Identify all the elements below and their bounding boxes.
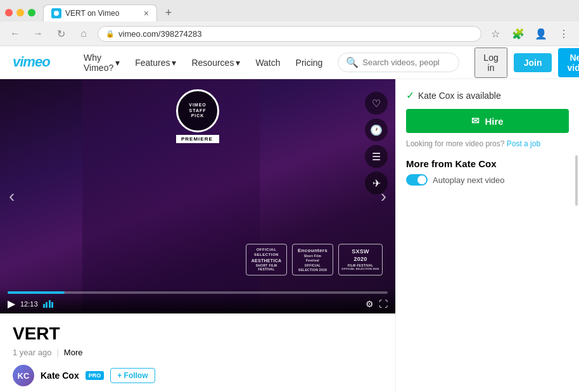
reload-btn[interactable]: ↻ xyxy=(52,25,70,42)
dropdown-arrow-icon: ▾ xyxy=(236,58,240,68)
play-btn[interactable]: ▶ xyxy=(8,298,15,310)
follow-btn[interactable]: + Follow xyxy=(110,368,155,383)
next-video-btn[interactable]: › xyxy=(374,180,393,213)
maximize-window-btn[interactable] xyxy=(28,9,35,16)
search-input[interactable] xyxy=(362,58,451,67)
author-row: KC Kate Cox PRO + Follow xyxy=(13,365,383,386)
envelope-icon: ✉ xyxy=(471,115,480,127)
url-field[interactable]: 🔒 vimeo.com/398274283 xyxy=(98,26,481,42)
video-player[interactable]: VIMEO STAFF PICK PREMIERE ♡ 🕐 ☰ ✈ ‹ xyxy=(0,79,395,313)
looking-for-pros-text: Looking for more video pros? Post a job xyxy=(406,139,569,148)
new-video-btn[interactable]: New video ▾ xyxy=(558,48,579,77)
nav-resources[interactable]: Resources ▾ xyxy=(191,58,240,68)
dropdown-arrow-icon: ▾ xyxy=(115,58,120,68)
secure-icon: 🔒 xyxy=(106,30,115,38)
svg-text:vimeo: vimeo xyxy=(13,54,50,69)
autoplay-label: Autoplay next video xyxy=(433,175,504,185)
autoplay-toggle[interactable] xyxy=(406,174,428,186)
more-link[interactable]: More xyxy=(64,348,83,357)
login-btn[interactable]: Log in xyxy=(474,47,507,78)
video-age: 1 year ago xyxy=(13,348,51,357)
watchlater-btn[interactable]: 🕐 xyxy=(365,118,388,141)
vimeo-logo[interactable]: vimeo xyxy=(13,53,63,73)
fullscreen-btn[interactable]: ⛶ xyxy=(379,299,388,309)
encounters-badge: Encounters Short Film Festival OFFICIAL … xyxy=(292,244,333,275)
film-badges: OFFICIAL SELECTION AESTHETICA SHORT FILM… xyxy=(246,244,383,275)
vimeo-logo-svg: vimeo xyxy=(13,53,63,69)
hire-btn[interactable]: ✉ Hire xyxy=(406,109,569,133)
scrollbar[interactable] xyxy=(575,155,578,206)
tab-close-btn[interactable]: × xyxy=(144,8,149,18)
search-box: 🔍 xyxy=(338,53,459,72)
vimeo-navbar: vimeo Why Vimeo? ▾ Features ▾ Resources … xyxy=(0,46,579,79)
sxsw-badge: SXSW 2020 FILM FESTIVAL OFFICIAL SELECTI… xyxy=(338,244,383,275)
nav-actions: Log in Join New video ▾ xyxy=(474,47,579,78)
menu-btn[interactable]: ⋮ xyxy=(555,25,573,42)
avatar: KC xyxy=(13,365,34,386)
available-text: Kate Cox is available xyxy=(418,91,501,101)
dropdown-arrow-icon: ▾ xyxy=(172,58,176,68)
author-name[interactable]: Kate Cox xyxy=(41,370,79,381)
browser-tab[interactable]: VERT on Vimeo × xyxy=(43,4,157,22)
staff-pick-badge: VIMEO STAFF PICK PREMIERE xyxy=(176,89,219,143)
nav-watch[interactable]: Watch xyxy=(255,58,280,68)
nav-why-vimeo[interactable]: Why Vimeo? ▾ xyxy=(84,53,120,73)
bookmark-btn[interactable]: ☆ xyxy=(487,25,504,42)
minimize-window-btn[interactable] xyxy=(16,9,24,16)
extensions-btn[interactable]: 🧩 xyxy=(509,25,527,42)
right-panel: ✓ Kate Cox is available ✉ Hire Looking f… xyxy=(395,79,579,392)
aesthetica-badge: OFFICIAL SELECTION AESTHETICA SHORT FILM… xyxy=(246,244,287,275)
time-display: 12:13 xyxy=(20,300,38,308)
video-meta: 1 year ago | More xyxy=(13,348,383,357)
figure-silhouette xyxy=(82,79,260,313)
progress-fill xyxy=(8,291,65,294)
new-tab-btn[interactable]: + xyxy=(160,4,177,22)
tab-title: VERT on Vimeo xyxy=(65,9,119,18)
home-btn[interactable]: ⌂ xyxy=(75,25,92,42)
address-bar: ← → ↻ ⌂ 🔒 vimeo.com/398274283 ☆ 🧩 👤 ⋮ xyxy=(0,22,579,46)
collections-btn[interactable]: ☰ xyxy=(365,145,388,168)
like-btn[interactable]: ♡ xyxy=(365,92,388,115)
premiere-banner: PREMIERE xyxy=(176,135,219,143)
url-text: vimeo.com/398274283 xyxy=(118,29,202,39)
video-info: VERT 1 year ago | More KC Kate Cox PRO + xyxy=(0,313,395,392)
settings-btn[interactable]: ⚙ xyxy=(366,299,374,309)
post-job-link[interactable]: Post a job xyxy=(507,139,540,148)
video-side-actions: ♡ 🕐 ☰ ✈ xyxy=(365,92,388,194)
forward-btn[interactable]: → xyxy=(29,25,47,42)
more-from-heading: More from Kate Cox xyxy=(406,158,569,169)
svg-point-0 xyxy=(54,11,59,16)
volume-icon xyxy=(43,300,54,308)
progress-bar[interactable] xyxy=(8,291,388,294)
pro-badge: PRO xyxy=(86,371,105,380)
content-area: VIMEO STAFF PICK PREMIERE ♡ 🕐 ☰ ✈ ‹ xyxy=(0,79,579,392)
close-window-btn[interactable] xyxy=(5,9,13,16)
check-icon: ✓ xyxy=(406,89,414,101)
video-section: VIMEO STAFF PICK PREMIERE ♡ 🕐 ☰ ✈ ‹ xyxy=(0,79,395,392)
page-wrapper: VERT on Vimeo × + ← → ↻ ⌂ 🔒 vimeo.com/39… xyxy=(0,0,579,392)
browser-chrome: VERT on Vimeo × + ← → ↻ ⌂ 🔒 vimeo.com/39… xyxy=(0,0,579,46)
prev-video-btn[interactable]: ‹ xyxy=(3,180,21,213)
video-controls: ▶ 12:13 ⚙ ⛶ xyxy=(0,288,395,313)
nav-pricing[interactable]: Pricing xyxy=(296,58,323,68)
toggle-thumb xyxy=(417,175,426,184)
autoplay-row: Autoplay next video xyxy=(406,174,569,186)
tab-favicon xyxy=(51,8,61,18)
nav-features[interactable]: Features ▾ xyxy=(135,58,176,68)
availability-row: ✓ Kate Cox is available xyxy=(406,89,569,101)
back-btn[interactable]: ← xyxy=(6,25,24,42)
video-title: VERT xyxy=(13,324,383,344)
profile-btn[interactable]: 👤 xyxy=(532,25,550,42)
join-btn[interactable]: Join xyxy=(514,53,552,72)
search-icon: 🔍 xyxy=(346,56,359,68)
traffic-lights xyxy=(5,9,35,16)
